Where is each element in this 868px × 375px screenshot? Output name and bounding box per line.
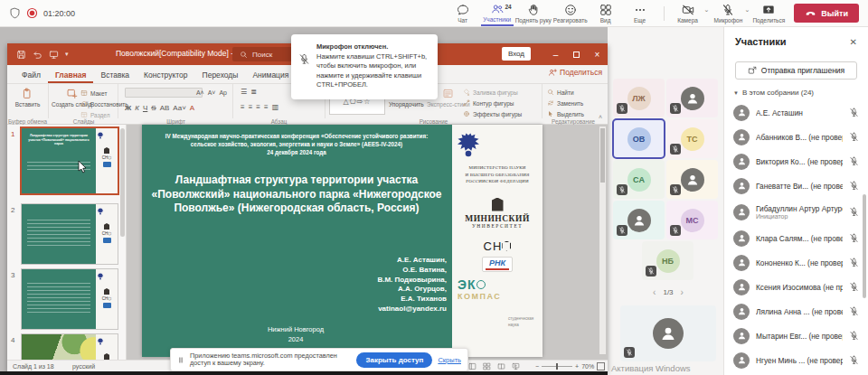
more-button[interactable]: Еще	[624, 0, 656, 26]
participant-row[interactable]: Лялина Анна ... (не проверено)	[724, 299, 868, 323]
shape-outline-button[interactable]: Контур фигуры	[463, 98, 514, 108]
tab-file[interactable]: Файл	[14, 70, 48, 83]
slide-canvas[interactable]: IV Международная научно-практическая кон…	[142, 125, 542, 357]
align-center-button[interactable]: ≡	[249, 103, 253, 111]
video-tile[interactable]	[666, 160, 718, 199]
participant-row[interactable]: Виктория Ко... (не проверено)	[724, 149, 868, 173]
close-panel-icon[interactable]: ✕	[850, 37, 857, 47]
signin-button[interactable]: Вход	[502, 47, 531, 61]
font-color-button[interactable]: А	[190, 104, 194, 112]
underline-button[interactable]: Ч	[143, 104, 147, 112]
slide-city: Нижний Новгород	[232, 325, 359, 335]
ppt-share-button[interactable]: Поделиться	[548, 68, 602, 77]
raise-hand-button[interactable]: Поднять руку	[515, 0, 552, 26]
participant-row[interactable]: Ганеватте Ви... (не проверено)	[724, 173, 868, 198]
fit-slide-button[interactable]	[597, 362, 605, 370]
react-button[interactable]: Реагировать	[553, 0, 588, 26]
participant-row[interactable]: Абанников В... (не проверено)	[724, 125, 868, 149]
video-tile[interactable]: НБ	[642, 241, 693, 280]
minimize-button[interactable]: –	[545, 43, 566, 65]
stop-sharing-button[interactable]: Закрыть доступ	[356, 352, 432, 368]
panel-scrollbar[interactable]	[863, 194, 866, 298]
font-name-box[interactable]	[125, 88, 203, 98]
align-left-button[interactable]: ≡	[241, 103, 245, 111]
self-video-tile[interactable]	[620, 305, 716, 361]
chat-button[interactable]: Чат	[447, 0, 479, 26]
thumbnails-scrollbar[interactable]	[120, 128, 125, 237]
paste-button[interactable]: Вставить	[7, 84, 48, 108]
restore-button[interactable]	[566, 43, 587, 65]
numbering-button[interactable]: ≣	[250, 88, 257, 96]
view-button[interactable]: Вид	[590, 0, 622, 26]
justify-button[interactable]: ≡	[264, 103, 269, 111]
mic-chevron-icon[interactable]: ⌄	[744, 6, 750, 14]
camera-button[interactable]: Камера	[672, 0, 704, 26]
save-icon[interactable]	[16, 50, 26, 60]
bullets-button[interactable]: ☰	[241, 88, 247, 96]
columns-button[interactable]: ▥	[272, 103, 279, 111]
zoom-in-button[interactable]: +	[575, 363, 579, 370]
participant-row[interactable]: Кононенко К... (не проверено)	[724, 250, 868, 275]
present-icon[interactable]	[49, 50, 59, 60]
section-header[interactable]: ▼ В этом собрании (24)	[724, 80, 868, 100]
video-tile[interactable]	[613, 201, 665, 239]
normal-view-icon[interactable]	[468, 362, 476, 370]
reading-view-icon[interactable]	[497, 362, 505, 370]
shape-fill-button[interactable]: Заливка фигуры	[463, 87, 518, 98]
video-tile[interactable]: МС	[666, 201, 718, 239]
mic-off-icon	[849, 331, 859, 341]
invite-button[interactable]: Отправка приглашения	[735, 61, 857, 80]
participant-row[interactable]: А.Е. Асташин	[724, 100, 868, 125]
participant-row[interactable]: Ксения Изосимова (не прове...	[724, 275, 868, 299]
undo-icon[interactable]	[33, 50, 42, 60]
strike-button[interactable]: S	[151, 104, 156, 112]
qat-caret-icon[interactable]: ▾	[65, 51, 69, 58]
participants-button[interactable]: 24 Участники	[481, 0, 514, 26]
tab-home[interactable]: Главная	[48, 70, 94, 83]
video-tile-speaking[interactable]: ОВ	[613, 119, 665, 158]
replace-button[interactable]: Заменить	[547, 98, 583, 108]
participant-row[interactable]: Гибадуллин Артур АртуровичИнициатор	[724, 198, 868, 226]
next-page-icon[interactable]: ›	[681, 287, 684, 297]
slide-thumbnail-3[interactable]: СН⬡	[22, 269, 118, 329]
slide-thumbnail-4[interactable]	[22, 334, 118, 360]
italic-button[interactable]: К	[135, 104, 139, 112]
align-right-button[interactable]: ≡	[256, 103, 260, 111]
find-button[interactable]: Найти	[547, 87, 574, 98]
layout-button[interactable]: Макет	[80, 88, 107, 98]
video-tile[interactable]: ТС	[666, 119, 718, 158]
collapse-ribbon-icon[interactable]: ˄	[599, 114, 602, 120]
video-tile[interactable]	[666, 79, 718, 117]
share-button[interactable]: Поделиться	[752, 0, 785, 26]
participant-row[interactable]: Нгуен Минь ... (не проверено)	[724, 348, 868, 372]
bold-button[interactable]: Ж	[125, 104, 131, 112]
slide-scrollbar[interactable]	[599, 127, 606, 354]
zoom-slider[interactable]	[542, 366, 572, 367]
participant-row[interactable]: Мытарин Евг... (не проверено)	[724, 323, 868, 348]
tab-transitions[interactable]: Переходы	[195, 70, 246, 83]
slide-sorter-icon[interactable]	[483, 362, 491, 370]
tab-design[interactable]: Конструктор	[137, 70, 194, 83]
tab-insert[interactable]: Вставка	[93, 70, 137, 83]
language-indicator[interactable]: русский	[72, 363, 95, 370]
case-button[interactable]: Аа˅	[173, 104, 186, 112]
participant-row[interactable]: Клара Салям... (не проверено)	[724, 226, 868, 250]
close-button[interactable]: ×	[587, 43, 608, 65]
video-tile[interactable]: ЛЖ	[613, 79, 665, 117]
hide-banner-link[interactable]: Скрыть	[438, 356, 461, 364]
video-tile[interactable]: СА	[613, 160, 665, 199]
pause-icon[interactable]	[177, 356, 184, 364]
clear-format-button[interactable]: Ар	[219, 89, 227, 96]
camera-chevron-icon[interactable]: ⌄	[704, 6, 710, 14]
char-spacing-button[interactable]: АВ	[160, 104, 170, 112]
zoom-out-button[interactable]: −	[535, 363, 539, 370]
mic-button[interactable]: Микрофон	[712, 0, 744, 26]
leave-button[interactable]: Выйти	[794, 4, 859, 23]
slide-thumbnail-2[interactable]: СН⬡	[22, 204, 118, 264]
slide-thumbnail-1[interactable]: Ландшафтная структура территории участка…	[22, 128, 118, 193]
slideshow-view-icon[interactable]	[512, 362, 520, 370]
grow-font-button[interactable]: А˄	[196, 89, 204, 96]
prev-page-icon[interactable]: ‹	[653, 287, 656, 297]
shrink-font-button[interactable]: А˅	[208, 89, 216, 96]
tab-animations[interactable]: Анимация	[245, 70, 296, 83]
